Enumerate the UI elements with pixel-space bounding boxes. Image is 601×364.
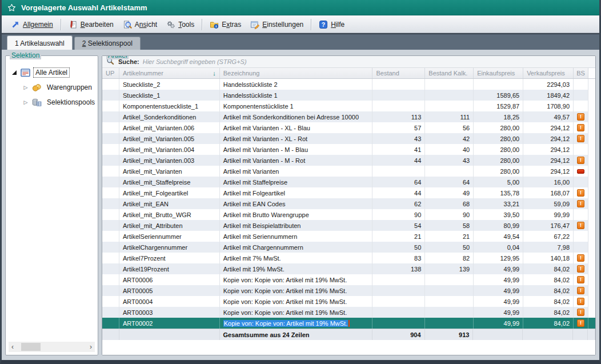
- column-header-bestand-kalk[interactable]: Bestand Kalk.: [425, 68, 474, 78]
- menu-item-ansicht[interactable]: Ansicht: [118, 18, 162, 31]
- cell-einkaufspreis[interactable]: 80,99: [474, 220, 523, 231]
- cell-bezeichnung[interactable]: Artikel mit Varianten - M - Rot: [220, 155, 373, 166]
- table-row[interactable]: Artikel7ProzentArtikel mit 7% MwSt.83821…: [102, 253, 595, 263]
- column-header-bestand[interactable]: Bestand: [372, 68, 425, 78]
- scroll-right-arrow[interactable]: ›: [90, 343, 92, 351]
- cell-up[interactable]: [102, 198, 119, 209]
- cell-bestand[interactable]: [372, 307, 425, 318]
- cell-bs[interactable]: !: [574, 187, 588, 198]
- column-header-up[interactable]: UP: [102, 68, 119, 78]
- cell-bs[interactable]: !: [574, 133, 588, 144]
- cell-bestand[interactable]: 83: [372, 253, 425, 263]
- menu-item-einstellungen[interactable]: Einstellungen: [246, 18, 308, 31]
- search-input[interactable]: [143, 58, 591, 65]
- table-row[interactable]: Artikel_mit_Varianten.003Artikel mit Var…: [102, 155, 595, 166]
- expand-icon[interactable]: ▷: [23, 85, 29, 90]
- cell-bezeichnung[interactable]: Artikel mit Chargennummern: [220, 242, 373, 253]
- cell-up[interactable]: [102, 111, 119, 122]
- tree-item-selektionspools[interactable]: ▷ Selektionspools: [6, 95, 98, 110]
- cell-bestand[interactable]: [372, 101, 425, 111]
- cell-bs[interactable]: !: [574, 296, 588, 307]
- cell-up[interactable]: [102, 296, 119, 307]
- cell-verkaufspreis[interactable]: 1708,90: [523, 101, 574, 111]
- cell-einkaufspreis[interactable]: [474, 79, 523, 90]
- cell-bestand-kalk[interactable]: 82: [425, 253, 474, 263]
- table-row[interactable]: ART00004Kopie von: Kopie von: Artikel mi…: [102, 296, 595, 307]
- cell-bezeichnung[interactable]: Kopie von: Kopie von: Artikel mit 19% Mw…: [220, 274, 373, 285]
- cell-verkaufspreis[interactable]: 49,57: [523, 111, 574, 122]
- table-row[interactable]: Artikel_mit_FolgeartikelArtikel mit Folg…: [102, 187, 595, 198]
- table-row[interactable]: Artikel19ProzentArtikel mit 19% MwSt.138…: [102, 263, 595, 274]
- cell-bestand-kalk[interactable]: 21: [425, 231, 474, 242]
- cell-bezeichnung[interactable]: Artikel mit Brutto Warengruppe: [220, 209, 373, 220]
- cell-artikelnummer[interactable]: Artikel_mit_EAN: [119, 198, 220, 209]
- cell-bs[interactable]: [574, 144, 588, 155]
- tree-item-alle-artikel[interactable]: Alle Artikel: [6, 65, 98, 80]
- cell-verkaufspreis[interactable]: 99,99: [523, 209, 574, 220]
- cell-bs[interactable]: [574, 101, 588, 111]
- column-header-bs[interactable]: BS: [574, 68, 588, 78]
- cell-up[interactable]: [102, 101, 119, 111]
- cell-bs[interactable]: !: [574, 122, 588, 133]
- cell-up[interactable]: [102, 122, 119, 133]
- column-header-verkaufspreis[interactable]: Verkaufspreis: [523, 68, 574, 78]
- table-row[interactable]: Artikel_mit_EANArtikel mit EAN Codes6268…: [102, 198, 595, 209]
- collapse-icon[interactable]: [11, 70, 17, 75]
- table-row[interactable]: ArtikelSeriennummerArtikel mit Seriennum…: [102, 231, 595, 242]
- tab-1-artikelauswahl[interactable]: 1 Artikelauswahl: [7, 35, 73, 50]
- cell-up[interactable]: [102, 90, 119, 101]
- cell-einkaufspreis[interactable]: 280,00: [474, 133, 523, 144]
- cell-bezeichnung[interactable]: Artikel mit Sonderkonditionen bei Adress…: [220, 111, 373, 122]
- cell-bestand[interactable]: [372, 285, 425, 296]
- cell-artikelnummer[interactable]: Artikel_mit_Varianten.004: [119, 144, 220, 155]
- cell-artikelnummer[interactable]: ART00003: [119, 307, 220, 318]
- cell-einkaufspreis[interactable]: 1529,87: [474, 101, 523, 111]
- cell-up[interactable]: [102, 253, 119, 263]
- cell-up[interactable]: [102, 166, 119, 177]
- cell-einkaufspreis[interactable]: 0,04: [474, 242, 523, 253]
- menu-item-hilfe[interactable]: ?Hilfe: [314, 18, 349, 31]
- cell-artikelnummer[interactable]: Stueckliste_2: [119, 79, 220, 90]
- cell-artikelnummer[interactable]: ArtikelSeriennummer: [119, 231, 220, 242]
- cell-bestand[interactable]: 21: [372, 231, 425, 242]
- cell-einkaufspreis[interactable]: 49,54: [474, 231, 523, 242]
- cell-up[interactable]: [102, 155, 119, 166]
- cell-verkaufspreis[interactable]: 84,02: [523, 307, 574, 318]
- cell-up[interactable]: [102, 285, 119, 296]
- cell-einkaufspreis[interactable]: 280,00: [474, 144, 523, 155]
- cell-bestand[interactable]: [372, 79, 425, 90]
- cell-up[interactable]: [102, 242, 119, 253]
- cell-verkaufspreis[interactable]: 176,47: [523, 220, 574, 231]
- table-row[interactable]: Artikel_mit_Varianten.004Artikel mit Var…: [102, 144, 595, 155]
- table-row[interactable]: Artikel_mit_StaffelpreiseArtikel mit Sta…: [102, 177, 595, 187]
- table-row[interactable]: Stueckliste_2Handelsstückliste 22294,03: [102, 79, 595, 90]
- cell-bestand[interactable]: 43: [372, 133, 425, 144]
- cell-up[interactable]: [102, 133, 119, 144]
- cell-bs[interactable]: !: [574, 263, 588, 274]
- cell-einkaufspreis[interactable]: 18,25: [474, 111, 523, 122]
- cell-artikelnummer[interactable]: Artikel_mit_Folgeartikel: [119, 187, 220, 198]
- cell-bestand-kalk[interactable]: 139: [425, 263, 474, 274]
- cell-artikelnummer[interactable]: Artikel7Prozent: [119, 253, 220, 263]
- cell-artikelnummer[interactable]: Stueckliste_1: [119, 90, 220, 101]
- cell-artikelnummer[interactable]: Komponentenstueckliste_1: [119, 101, 220, 111]
- cell-bestand-kalk[interactable]: 42: [425, 133, 474, 144]
- cell-bestand-kalk[interactable]: [425, 285, 474, 296]
- menu-item-allgemein[interactable]: Allgemein: [6, 18, 58, 31]
- cell-bestand-kalk[interactable]: 49: [425, 187, 474, 198]
- cell-up[interactable]: [102, 263, 119, 274]
- cell-bs[interactable]: !: [574, 155, 588, 166]
- cell-bestand-kalk[interactable]: 68: [425, 198, 474, 209]
- cell-bezeichnung[interactable]: Artikel mit Beispielattributen: [220, 220, 373, 231]
- cell-bestand[interactable]: [372, 318, 425, 329]
- cell-bs[interactable]: !: [574, 220, 588, 231]
- cell-up[interactable]: [102, 79, 119, 90]
- cell-bestand-kalk[interactable]: [425, 79, 474, 90]
- cell-einkaufspreis[interactable]: 5,00: [474, 177, 523, 187]
- cell-bezeichnung[interactable]: Kopie von: Kopie von: Artikel mit 19% Mw…: [220, 318, 373, 329]
- cell-up[interactable]: [102, 177, 119, 187]
- search-bar[interactable]: Suche:: [102, 56, 595, 68]
- cell-einkaufspreis[interactable]: 1589,65: [474, 90, 523, 101]
- cell-bezeichnung[interactable]: Artikel mit 19% MwSt.: [220, 263, 373, 274]
- cell-verkaufspreis[interactable]: 168,07: [523, 187, 574, 198]
